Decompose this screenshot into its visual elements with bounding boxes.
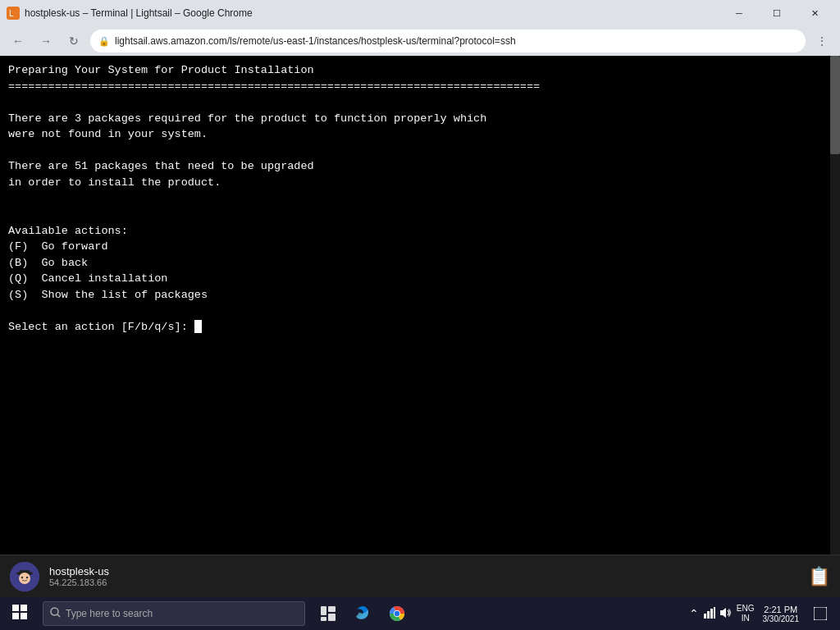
chevron-up-icon[interactable]: ⌃	[689, 607, 699, 620]
status-info: hostplesk-us 54.225.183.66	[49, 565, 798, 587]
terminal-line-15: (S) Show the list of packages	[8, 289, 208, 301]
terminal-line-13: (B) Go back	[8, 257, 88, 269]
avatar	[10, 562, 39, 591]
address-bar-row: ← → ↻ 🔒 lightsail.aws.amazon.com/ls/remo…	[0, 26, 840, 56]
network-icon[interactable]	[704, 607, 715, 621]
scrollbar[interactable]	[830, 56, 840, 555]
terminal-line-12: (F) Go forward	[8, 240, 108, 253]
system-tray: ⌃ ENG	[689, 604, 755, 623]
status-hostname: hostplesk-us	[49, 565, 798, 578]
speaker-icon[interactable]	[720, 607, 732, 621]
svg-rect-16	[328, 614, 336, 621]
reload-button[interactable]: ↻	[62, 30, 85, 52]
terminal-prompt: Select an action [F/b/q/s]:	[8, 321, 194, 333]
status-ip: 54.225.183.66	[49, 578, 798, 587]
svg-point-5	[19, 573, 30, 584]
terminal-line-11: Available actions:	[8, 225, 128, 237]
svg-marker-25	[720, 608, 726, 618]
svg-rect-22	[707, 611, 710, 619]
terminal-content: Preparing Your System for Product Instal…	[0, 56, 830, 555]
minimize-button[interactable]: ─	[720, 0, 758, 26]
svg-rect-14	[321, 606, 326, 615]
edge-taskbar-button[interactable]	[346, 597, 379, 630]
svg-line-13	[57, 614, 60, 617]
svg-rect-26	[814, 607, 827, 620]
forward-button[interactable]: →	[34, 30, 57, 52]
title-bar: L hostplesk-us – Terminal | Lightsail – …	[0, 0, 840, 26]
url-text: lightsail.aws.amazon.com/ls/remote/us-ea…	[115, 35, 797, 47]
terminal-cursor	[194, 320, 202, 333]
svg-point-20	[395, 611, 399, 616]
clock-date: 3/30/2021	[763, 614, 800, 623]
lock-icon: 🔒	[98, 36, 110, 47]
language-indicator[interactable]: ENG IN	[737, 604, 755, 623]
terminal-container[interactable]: Preparing Your System for Product Instal…	[0, 56, 840, 555]
svg-rect-23	[710, 609, 713, 619]
notifications-button[interactable]	[807, 597, 833, 630]
search-icon	[50, 607, 61, 620]
maximize-button[interactable]: ☐	[758, 0, 796, 26]
favicon-icon: L	[7, 7, 20, 20]
clock[interactable]: 2:21 PM 3/30/2021	[758, 603, 805, 625]
terminal-line-14: (Q) Cancel installation	[8, 272, 167, 285]
terminal-line-8: in order to install the product.	[8, 176, 221, 189]
start-button[interactable]	[0, 597, 39, 630]
svg-point-7	[26, 576, 28, 578]
menu-button[interactable]: ⋮	[810, 30, 833, 52]
svg-rect-8	[12, 605, 19, 611]
clock-time: 2:21 PM	[763, 605, 800, 614]
svg-point-12	[51, 608, 58, 615]
task-view-button[interactable]	[312, 597, 345, 630]
svg-text:L: L	[9, 9, 14, 18]
terminal-line-7: There are 51 packages that need to be up…	[8, 160, 314, 172]
status-bar: hostplesk-us 54.225.183.66 📋	[0, 555, 840, 597]
svg-rect-15	[328, 606, 336, 612]
region-text: IN	[737, 614, 755, 623]
taskbar-right: ⌃ ENG	[689, 597, 840, 630]
back-button[interactable]: ←	[7, 30, 30, 52]
taskbar-search-bar[interactable]: Type here to search	[43, 601, 305, 626]
svg-rect-21	[704, 614, 706, 619]
address-bar[interactable]: 🔒 lightsail.aws.amazon.com/ls/remote/us-…	[90, 30, 806, 52]
chrome-window: L hostplesk-us – Terminal | Lightsail – …	[0, 0, 840, 630]
scrollbar-thumb[interactable]	[830, 56, 840, 154]
window-title: hostplesk-us – Terminal | Lightsail – Go…	[25, 7, 720, 19]
terminal-line-4: There are 3 packages required for the pr…	[8, 112, 486, 125]
taskbar-center	[312, 597, 413, 630]
terminal-line-1: Preparing Your System for Product Instal…	[8, 64, 314, 76]
search-placeholder-text: Type here to search	[66, 608, 153, 619]
close-button[interactable]: ✕	[796, 0, 833, 26]
lang-text: ENG	[737, 604, 755, 614]
svg-rect-24	[714, 607, 715, 619]
svg-point-6	[21, 576, 23, 578]
window-controls: ─ ☐ ✕	[720, 0, 833, 26]
svg-rect-17	[321, 617, 326, 621]
windows-logo-icon	[12, 605, 27, 623]
terminal-line-2: ========================================…	[8, 80, 540, 93]
taskbar: Type here to search	[0, 597, 840, 630]
svg-rect-11	[21, 613, 27, 619]
svg-rect-9	[21, 605, 27, 611]
chrome-taskbar-button[interactable]	[381, 597, 413, 630]
terminal-line-5: were not found in your system.	[8, 128, 208, 140]
clipboard-icon[interactable]: 📋	[808, 566, 830, 587]
svg-rect-10	[12, 613, 19, 619]
